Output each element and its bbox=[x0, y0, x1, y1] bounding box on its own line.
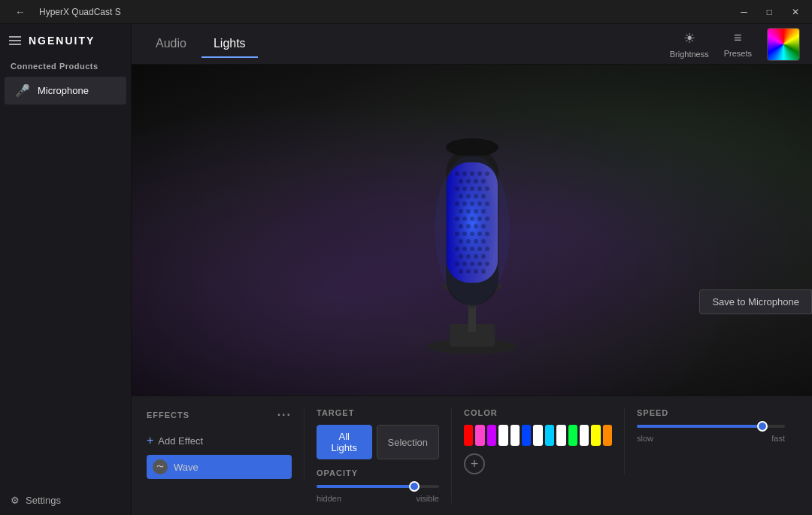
add-color-button[interactable]: + bbox=[464, 453, 485, 474]
opacity-label: OPACITY bbox=[317, 468, 439, 477]
color-section: COLOR + bbox=[464, 408, 625, 474]
menu-icon[interactable] bbox=[9, 36, 21, 45]
sidebar-item-label: Microphone bbox=[38, 85, 89, 96]
color-swatch-9[interactable] bbox=[568, 425, 577, 446]
opacity-slider-thumb[interactable] bbox=[409, 481, 420, 492]
color-label: COLOR bbox=[464, 408, 612, 417]
main-content: Audio Lights ☀ Brightness ≡ Presets bbox=[132, 24, 812, 515]
sidebar-header: NGENUITY bbox=[0, 24, 131, 54]
presets-icon: ≡ bbox=[734, 30, 742, 46]
selection-button[interactable]: Selection bbox=[377, 425, 439, 459]
settings-icon: ⚙ bbox=[11, 495, 20, 506]
speed-section: SPEED slow fast bbox=[637, 408, 797, 443]
wave-effect-item[interactable]: 〜 Wave bbox=[147, 455, 292, 479]
color-swatch-12[interactable] bbox=[603, 425, 612, 446]
effects-label: EFFECTS ··· bbox=[147, 408, 292, 422]
microphone-image bbox=[389, 102, 555, 358]
color-swatch-1[interactable] bbox=[475, 425, 484, 446]
svg-rect-5 bbox=[450, 140, 495, 155]
visible-label: visible bbox=[416, 494, 439, 503]
color-swatch-10[interactable] bbox=[580, 425, 589, 446]
speed-slider-fill bbox=[637, 425, 762, 428]
top-bar-actions: ☀ Brightness ≡ Presets bbox=[670, 28, 800, 61]
add-effect-button[interactable]: + Add Effect bbox=[147, 429, 203, 452]
target-buttons: All Lights Selection bbox=[317, 425, 439, 459]
back-button[interactable]: ← bbox=[9, 3, 32, 21]
window-title: HyperX QuadCast S bbox=[39, 7, 121, 17]
effects-menu-dots[interactable]: ··· bbox=[277, 408, 292, 422]
tab-bar: Audio Lights bbox=[144, 31, 258, 58]
color-swatch-5[interactable] bbox=[522, 425, 531, 446]
app-body: NGENUITY Connected Products 🎤 Microphone… bbox=[0, 24, 812, 515]
wave-effect-label: Wave bbox=[174, 462, 198, 473]
brightness-icon: ☀ bbox=[683, 30, 695, 47]
plus-icon: + bbox=[147, 434, 153, 447]
color-swatch-4[interactable] bbox=[511, 425, 520, 446]
color-swatch-6[interactable] bbox=[533, 425, 542, 446]
tab-lights[interactable]: Lights bbox=[201, 31, 258, 58]
logo: NGENUITY bbox=[29, 35, 95, 47]
settings-label: Settings bbox=[26, 495, 61, 506]
brightness-label: Brightness bbox=[670, 50, 709, 59]
fast-label: fast bbox=[771, 434, 785, 443]
maximize-button[interactable]: □ bbox=[763, 5, 776, 19]
effects-section: EFFECTS ··· + Add Effect 〜 Wave bbox=[147, 408, 304, 479]
title-bar: ← HyperX QuadCast S ─ □ ✕ bbox=[0, 0, 812, 24]
preset-thumbnail[interactable] bbox=[767, 28, 800, 61]
target-label: TARGET bbox=[317, 408, 439, 417]
opacity-section: OPACITY hidden visible bbox=[317, 468, 439, 503]
opacity-slider-fill bbox=[317, 485, 414, 488]
sidebar: NGENUITY Connected Products 🎤 Microphone… bbox=[0, 24, 132, 515]
color-swatch-2[interactable] bbox=[487, 425, 496, 446]
close-button[interactable]: ✕ bbox=[788, 5, 803, 19]
top-bar: Audio Lights ☀ Brightness ≡ Presets bbox=[132, 24, 812, 65]
sidebar-item-microphone[interactable]: 🎤 Microphone bbox=[5, 77, 126, 105]
window-controls: ─ □ ✕ bbox=[737, 5, 803, 19]
all-lights-button[interactable]: All Lights bbox=[317, 425, 372, 459]
svg-point-71 bbox=[435, 155, 510, 305]
color-swatch-3[interactable] bbox=[498, 425, 508, 446]
settings-nav[interactable]: ⚙ Settings bbox=[0, 486, 131, 515]
bottom-controls: EFFECTS ··· + Add Effect 〜 Wave TARGET bbox=[132, 395, 812, 515]
opacity-slider-labels: hidden visible bbox=[317, 494, 439, 503]
color-swatch-7[interactable] bbox=[545, 425, 554, 446]
hidden-label: hidden bbox=[317, 494, 341, 503]
presets-button[interactable]: ≡ Presets bbox=[724, 30, 752, 58]
brightness-button[interactable]: ☀ Brightness bbox=[670, 30, 709, 59]
mic-display-area: Save to Microphone bbox=[132, 65, 812, 395]
wave-effect-icon: 〜 bbox=[153, 459, 168, 474]
color-strip bbox=[464, 425, 612, 446]
presets-label: Presets bbox=[724, 49, 752, 58]
speed-slider-track[interactable] bbox=[637, 425, 785, 428]
save-to-microphone-button[interactable]: Save to Microphone bbox=[699, 289, 812, 314]
slow-label: slow bbox=[637, 434, 653, 443]
speed-slider-labels: slow fast bbox=[637, 434, 785, 443]
target-section: TARGET All Lights Selection OPACITY hid bbox=[317, 408, 452, 503]
color-swatch-11[interactable] bbox=[591, 425, 600, 446]
speed-label: SPEED bbox=[637, 408, 785, 417]
microphone-icon: 🎤 bbox=[15, 83, 30, 98]
connected-products-title: Connected Products bbox=[0, 54, 131, 75]
speed-slider-thumb[interactable] bbox=[757, 421, 768, 432]
opacity-slider-track[interactable] bbox=[317, 485, 439, 488]
color-swatch-8[interactable] bbox=[556, 425, 565, 446]
tab-audio[interactable]: Audio bbox=[144, 31, 198, 58]
minimize-button[interactable]: ─ bbox=[737, 5, 751, 19]
save-btn-container: Save to Microphone bbox=[699, 289, 812, 314]
color-swatch-0[interactable] bbox=[464, 425, 473, 446]
